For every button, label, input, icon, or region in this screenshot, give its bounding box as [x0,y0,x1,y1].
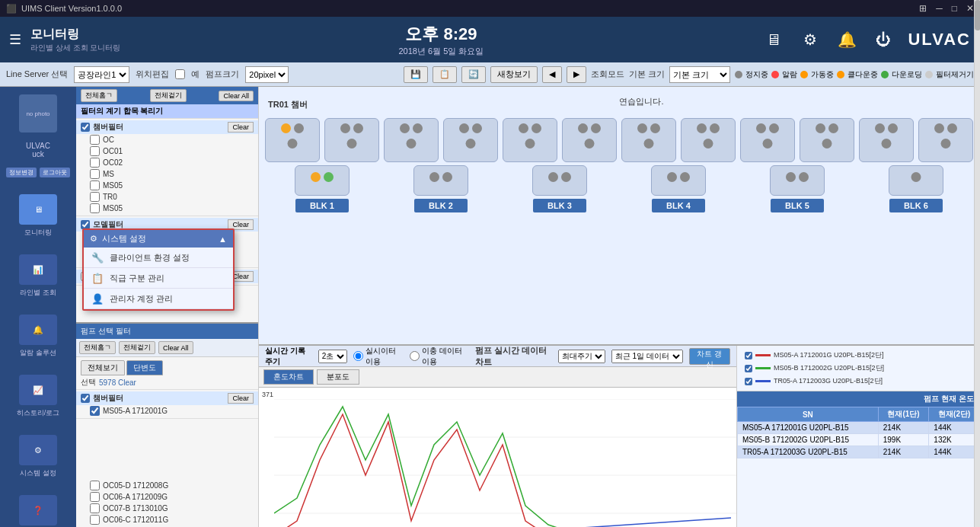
output-radio[interactable] [410,351,420,361]
ms-check[interactable] [90,169,100,179]
ulvac-logo: ULVAC [908,30,971,50]
sidebar-item-alarm[interactable]: 🔔 알람 솔루션 [14,310,62,363]
sidebar: no photo ULVAC uck 정보변경 로그아웃 🖥 모니터링 📊 라인… [0,87,76,527]
blk1-chamber2 [324,118,379,162]
blk3-label: BLK 3 [533,199,586,212]
legend-check-3[interactable] [745,378,752,385]
row2-val1: 199K [878,434,929,446]
chamber-filter-clear-btn[interactable]: Clear [228,122,254,133]
pump-temp-title: 펌프 현재 온도 [924,394,974,403]
oc01-label: OC01 [103,147,123,155]
recent-select[interactable]: 최근 1일 데이터 [611,350,683,363]
bottom-chamber-check[interactable] [81,394,90,403]
realtime-select[interactable]: 2초 [318,350,347,363]
clear-all-top-btn[interactable]: Clear All [219,91,254,101]
close-btn[interactable]: ✕ [966,3,974,14]
bottom-chamber-clear-btn[interactable]: Clear [228,393,254,404]
oc05d-check[interactable] [90,481,100,490]
oc-check[interactable] [90,135,100,145]
blk3-chamber3 [532,165,587,196]
blk5-chamber2 [800,118,854,162]
sidebar-item-settings[interactable]: ⚙ 시스템 설정 [14,430,62,483]
chamber-filter-check[interactable] [81,123,90,132]
clear-all-bottom-btn[interactable]: Clear All [158,341,193,354]
blk6-chamber3 [889,165,943,196]
pump-temp-header: 펌프 현재 온도 [737,391,980,407]
right-arrow-button[interactable]: ▶ [567,66,586,83]
oc06a-label: OC06-A 1712009G [103,493,168,501]
oc06c-check[interactable] [90,515,100,525]
save-button[interactable]: 💾 [404,66,428,83]
ctx-item-admin-mgmt[interactable]: 👤 관리자 계정 관리 [84,289,233,309]
sidebar-item-history[interactable]: 📈 히스토리/로그 [12,370,65,423]
sidebar-item-monitoring[interactable]: 🖥 모니터링 [14,190,62,242]
yes-checkbox[interactable] [175,69,185,79]
all-refresh-bottom-btn[interactable]: 전체홈ㄱ [79,341,116,354]
blk1-label: BLK 1 [295,199,349,212]
all-refresh-top-btn[interactable]: 전체홈ㄱ [81,89,117,102]
simulator-radio[interactable] [353,351,363,361]
power-icon[interactable]: ⏻ [871,27,895,52]
blk3-chamber1 [503,118,557,162]
settings-icon[interactable]: ⚙ [798,27,822,52]
pump-size-select[interactable]: 20pixel [245,66,289,83]
oc02-check[interactable] [90,158,100,168]
chart-tab-temp[interactable]: 혼도차트 [263,369,314,385]
legend-row-2: MS05-B 1712002G U20PL-B15[2단] [742,362,975,375]
oc07b-check[interactable] [90,503,100,513]
position-label: 위치편집 [136,69,169,80]
chart-refresh-btn[interactable]: 차트 갱신 [689,348,730,365]
pump-tabs: 전체보기 단변도 [76,357,258,375]
row1-val2: 144K [929,422,980,434]
header-main-title: 모니터링 [30,27,120,43]
ctx-settings-icon: ⚙ [90,234,97,244]
ms05-check[interactable] [90,180,100,190]
ctx-item-level-mgmt[interactable]: 📋 직급 구분 관리 [84,268,233,289]
pump-size-label: 펌프크기 [206,69,239,80]
blk6-label: BLK 6 [889,199,943,212]
blk6-container: BLK 6 [859,118,973,212]
monitor-icon[interactable]: 🖥 [761,27,786,52]
sidebar-history-label: 히스토리/로그 [17,408,60,418]
copy-button[interactable]: 📋 [433,66,457,83]
sidebar-item-help[interactable]: ❓ 도움말 [14,490,62,527]
ms05a-check[interactable] [90,406,100,416]
oc01-check[interactable] [90,146,100,156]
view-size-select[interactable]: 기본 크기 [669,66,730,83]
pump-temp-row-1: MS05-A 1712001G U20PL-B15 214K 144K [738,422,980,434]
refresh-button[interactable]: 🔄 [461,66,486,83]
chart-tab-dist[interactable]: 분포도 [317,369,359,385]
tab-all-view[interactable]: 전체보기 [81,360,125,375]
all-stop-top-btn[interactable]: 전체겉기 [150,89,187,102]
logout-btn[interactable]: 로그아웃 [40,168,70,177]
ctx-client-label: 클라이언트 환경 설정 [110,252,190,264]
row2-val2: 132K [929,434,980,446]
settings-btn[interactable]: 정보변경 [6,168,37,177]
hamburger-menu[interactable]: ☰ [9,31,21,48]
left-arrow-button[interactable]: ◀ [542,66,562,83]
ctx-item-client-settings[interactable]: 🔧 클라이언트 환경 설정 [84,248,233,268]
filter-type-label: 선택 [81,377,96,388]
ms05b-check[interactable] [90,203,100,213]
sidebar-item-line[interactable]: 📊 라인별 조회 [14,250,62,302]
sidebar-line-label: 라인별 조회 [20,288,56,298]
max-select[interactable]: 최대주기 [558,350,605,363]
all-stop-bottom-btn[interactable]: 전체겉기 [119,341,155,354]
status-running-label: 가동중 [811,69,834,80]
maximize-btn[interactable]: □ [952,3,957,14]
legend-check-2[interactable] [745,365,752,372]
new-window-button[interactable]: 새창보기 [490,66,538,83]
chart-title: 펌프 실시간 데이터 차트 [475,346,552,368]
sidebar-settings-label: 시스템 설정 [20,468,56,478]
scrollbar[interactable] [974,346,980,527]
tab-single-view[interactable]: 단변도 [126,360,163,375]
legend-check-1[interactable] [745,352,752,359]
bell-icon[interactable]: 🔔 [835,27,859,52]
oc06a-check[interactable] [90,492,100,502]
tr0-check[interactable] [90,192,100,202]
line-server-select[interactable]: 공장라인1 [74,66,129,83]
minimize-btn[interactable]: ─ [936,3,943,14]
blk4-chamber3 [651,165,706,196]
ctx-admin-icon: 👤 [91,292,104,305]
oc07b-label: OC07-B 1713010G [103,504,168,513]
